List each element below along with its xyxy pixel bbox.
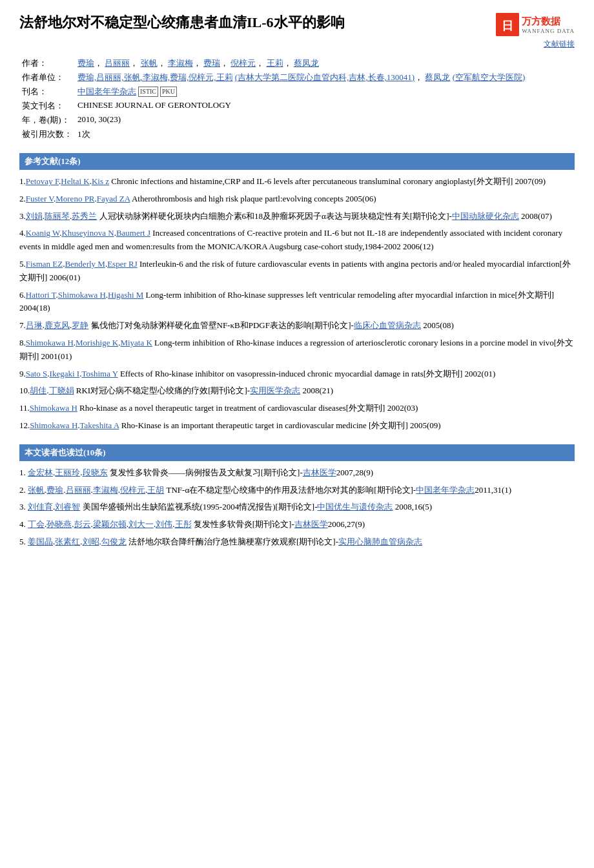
ref-author-link[interactable]: 陈丽琴 (45, 211, 70, 221)
doc-link[interactable]: 文献链接 (544, 39, 575, 50)
journal-value: 中国老年学杂志 ISTIC PKU (75, 85, 575, 99)
read-journal-link[interactable]: 中国优生与遗传杂志 (317, 502, 393, 512)
ref-author-link[interactable]: Miyata K (120, 338, 152, 347)
author-link[interactable]: 张帆 (141, 58, 158, 68)
pku-badge: PKU (160, 87, 177, 97)
ref-author-link[interactable]: Higashi M (108, 290, 143, 300)
ref-author-link[interactable]: 苏秀兰 (72, 211, 97, 221)
logo-box: 日 万方数据 WANFANG DATA (496, 13, 575, 36)
author-link[interactable]: 李淑梅 (168, 58, 193, 68)
ref-author-link[interactable]: Benderly M (65, 259, 105, 269)
ref-author-link[interactable]: Ikegaki I (50, 369, 80, 378)
read-author-link[interactable]: 倪梓元 (120, 485, 145, 495)
page-title: 法舒地尔对不稳定型心绞痛患者血清IL-6水平的影响 (19, 13, 483, 32)
read-author-link[interactable]: 姜国晶 (28, 537, 53, 546)
journal-label: 刊名： (19, 85, 75, 99)
ref-author-link[interactable]: Morishige K (76, 338, 118, 347)
ref-item: 10.胡佳.丁晓娟 RKI对冠心病不稳定型心绞痛的疗效[期刊论文]-实用医学杂志… (19, 384, 575, 398)
read-author-link[interactable]: 段晓东 (83, 468, 108, 477)
references-title: 参考文献(12条) (25, 156, 81, 166)
also-read-title: 本文读者也读过(10条) (25, 448, 106, 457)
journal-name-link[interactable]: 中国老年学杂志 (77, 86, 136, 98)
ref-author-link[interactable]: Petovay F (26, 176, 59, 186)
read-author-link[interactable]: 王胡 (147, 485, 164, 495)
read-author-link[interactable]: 王彤 (175, 519, 192, 529)
read-journal-link[interactable]: 中国老年学杂志 (416, 485, 475, 495)
author-link[interactable]: 王莉 (267, 58, 283, 68)
affiliation-link[interactable]: 费瑜,吕丽丽,张帆,李淑梅,费瑞,倪梓元,王莉 (77, 72, 233, 82)
meta-journal-row: 刊名： 中国老年学杂志 ISTIC PKU (19, 85, 575, 99)
affiliation-label: 作者单位： (19, 70, 75, 85)
read-author-link[interactable]: 刘伟 (156, 519, 172, 529)
ref-author-link[interactable]: 鹿克风 (45, 320, 70, 330)
ref-author-link[interactable]: Esper RJ (107, 259, 138, 269)
read-author-link[interactable]: 费瑜 (46, 485, 63, 495)
read-author-link[interactable]: 刘佳育 (28, 502, 53, 512)
ref-author-link[interactable]: Shimokawa H (58, 290, 106, 300)
author-link[interactable]: 倪梓元 (230, 58, 256, 68)
ref-author-link[interactable]: 罗静 (72, 320, 88, 330)
ref-author-link[interactable]: Fuster V (26, 194, 54, 203)
ref-author-link[interactable]: Khuseyinova N (61, 228, 114, 238)
ref-author-link[interactable]: Hattori T (26, 290, 56, 300)
read-author-link[interactable]: 刘大一 (128, 519, 154, 529)
author-link[interactable]: 费瑞 (203, 58, 220, 68)
ref-journal-link[interactable]: 中国动脉硬化杂志 (452, 211, 519, 221)
ref-author-link[interactable]: Takeshita A (80, 420, 119, 430)
eng-journal-label: 英文刊名： (19, 99, 75, 113)
author-link[interactable]: 吕丽丽 (105, 58, 130, 68)
read-author-link[interactable]: 孙晓燕 (46, 519, 72, 529)
ref-author-link[interactable]: Heltai K (61, 176, 89, 186)
ref-author-link[interactable]: Kis z (92, 176, 109, 186)
affiliation-org2-link[interactable]: (空军航空大学医院) (453, 72, 526, 82)
read-author-link[interactable]: 勾俊龙 (101, 537, 127, 546)
read-journal-link[interactable]: 吉林医学 (303, 468, 336, 477)
read-item: 2. 张帆.费瑜.吕丽丽.李淑梅.倪梓元.王胡 TNF-α在不稳定型心绞痛中的作… (19, 484, 575, 497)
svg-text:日: 日 (502, 19, 513, 32)
read-author-link[interactable]: 吕丽丽 (66, 485, 91, 495)
also-read-section-header: 本文读者也读过(10条) (19, 444, 575, 461)
ref-author-link[interactable]: Shimokawa H (30, 420, 77, 430)
author-link[interactable]: 费瑜 (77, 58, 94, 68)
ref-author-link[interactable]: 刘娟 (26, 211, 43, 221)
istic-badge: ISTIC (138, 87, 158, 97)
read-item: 3. 刘佳育.刘睿智 美国华盛顿州出生缺陷监视系统(1995-2004情况报告)… (19, 501, 575, 514)
ref-author-link[interactable]: Shimokawa H (26, 338, 74, 347)
ref-item: 1.Petovay F.Heltai K.Kis z Chronic infec… (19, 175, 575, 189)
ref-author-link[interactable]: 胡佳 (30, 386, 46, 395)
wanfang-icon: 日 (496, 13, 519, 36)
ref-author-link[interactable]: Toshima Y (81, 369, 118, 378)
read-author-link[interactable]: 李淑梅 (93, 485, 118, 495)
ref-author-link[interactable]: Fayad ZA (97, 194, 130, 203)
read-author-link[interactable]: 张帆 (28, 485, 45, 495)
ref-author-link[interactable]: Fisman EZ (26, 259, 63, 269)
ref-author-link[interactable]: Baumert J (116, 228, 150, 238)
read-author-link[interactable]: 刘昭 (83, 537, 99, 546)
read-author-link[interactable]: 彭云 (74, 519, 91, 529)
year-label: 年，卷(期)： (19, 113, 75, 127)
meta-affiliation-row: 作者单位： 费瑜,吕丽丽,张帆,李淑梅,费瑞,倪梓元,王莉 (吉林大学第二医院心… (19, 70, 575, 85)
ref-author-link[interactable]: Sato S (26, 369, 48, 378)
ref-author-link[interactable]: 丁晓娟 (49, 386, 74, 395)
read-journal-link[interactable]: 实用心脑肺血管病杂志 (338, 537, 422, 546)
author-link[interactable]: 蔡凤龙 (294, 58, 319, 68)
read-journal-link[interactable]: 吉林医学 (294, 519, 328, 529)
read-author-link[interactable]: 丁会 (28, 519, 45, 529)
meta-cite-row: 被引用次数： 1次 (19, 127, 575, 141)
ref-author-link[interactable]: Shimokawa H (30, 403, 77, 413)
ref-item: 9.Sato S.Ikegaki I.Toshima Y Effects of … (19, 367, 575, 381)
ref-author-link[interactable]: Moreno PR (56, 194, 94, 203)
ref-journal-link[interactable]: 实用医学杂志 (250, 386, 300, 395)
read-author-link[interactable]: 王丽玲 (55, 468, 80, 477)
meta-eng-journal-row: 英文刊名： CHINESE JOURNAL OF GERONTOLOGY (19, 99, 575, 113)
read-author-link[interactable]: 梁颖尔顿 (93, 519, 127, 529)
ref-author-link[interactable]: Koanig W (26, 228, 59, 238)
ref-author-link[interactable]: 吕琳 (26, 320, 43, 330)
read-author-link[interactable]: 张素红 (55, 537, 80, 546)
ref-journal-link[interactable]: 临床心血管病杂志 (354, 320, 421, 330)
affiliation-org-link[interactable]: (吉林大学第二医院心血管内科,吉林,长春,130041) (235, 72, 415, 82)
read-author-link[interactable]: 金宏林 (28, 468, 53, 477)
affiliation-author2-link[interactable]: 蔡凤龙 (425, 72, 450, 82)
ref-item: 7.吕琳.鹿克风.罗静 氟伐他汀对兔动脉粥样硬化血管壁NF-κB和PDGF表达的… (19, 319, 575, 333)
read-author-link[interactable]: 刘睿智 (55, 502, 80, 512)
